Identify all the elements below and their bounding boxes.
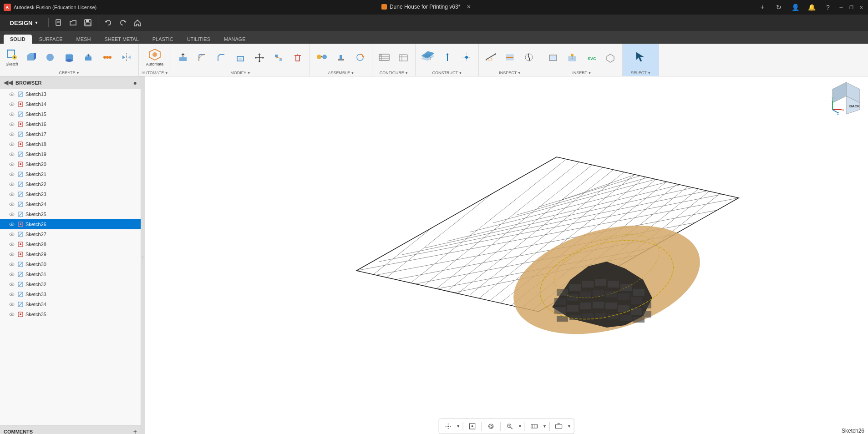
solid-button[interactable]	[22, 46, 40, 68]
insert-mesh-button[interactable]	[601, 47, 619, 69]
new-button[interactable]	[52, 16, 65, 29]
visibility-icon[interactable]	[9, 192, 15, 197]
browser-back-icon[interactable]: ◀◀	[4, 79, 13, 86]
automate-label-group[interactable]: AUTOMATE ▼	[142, 71, 168, 75]
visibility-icon[interactable]	[9, 302, 15, 307]
select-button[interactable]	[632, 45, 650, 70]
comments-add-icon[interactable]: +	[133, 428, 137, 434]
home-button[interactable]	[131, 16, 144, 29]
axis-button[interactable]	[438, 46, 457, 68]
panel-resize-handle[interactable]: ⋮	[141, 76, 145, 434]
browser-item-sketch13[interactable]: Sketch13	[0, 89, 141, 99]
visibility-icon[interactable]	[9, 312, 15, 317]
redo-button[interactable]	[117, 16, 129, 29]
undo-button[interactable]	[102, 16, 115, 29]
browser-item-sketch21[interactable]: Sketch21	[0, 169, 141, 179]
visibility-icon[interactable]	[9, 172, 15, 177]
modify-label[interactable]: MODIFY ▼	[230, 71, 250, 75]
file-tab[interactable]: Dune House for Printing v63* ✕	[381, 4, 471, 10]
viewport[interactable]: BACK X Y Z ▼	[145, 76, 868, 434]
visibility-icon[interactable]	[9, 111, 15, 117]
insert-label[interactable]: INSERT ▼	[572, 71, 591, 75]
tab-manage[interactable]: MANAGE	[218, 35, 252, 44]
add-tab-icon[interactable]: +	[756, 1, 769, 14]
help-icon[interactable]: ?	[822, 1, 834, 14]
zoom-dropdown-icon[interactable]: ▼	[518, 424, 522, 429]
visibility-icon[interactable]	[9, 101, 15, 107]
move-button[interactable]	[250, 47, 269, 69]
browser-item-sketch32[interactable]: Sketch32	[0, 279, 141, 289]
browser-item-sketch29[interactable]: Sketch29	[0, 249, 141, 259]
construct-label[interactable]: CONSTRUCT ▼	[432, 71, 462, 75]
minimize-button[interactable]: ─	[838, 4, 844, 10]
browser-item-sketch34[interactable]: Sketch34	[0, 299, 141, 309]
snap-button[interactable]	[466, 420, 479, 433]
browser-item-sketch22[interactable]: Sketch22	[0, 179, 141, 189]
browser-item-sketch16[interactable]: Sketch16	[0, 119, 141, 129]
shell-button[interactable]	[231, 47, 249, 69]
open-button[interactable]	[67, 16, 80, 29]
mirror-button[interactable]	[117, 46, 136, 68]
visibility-icon[interactable]	[9, 262, 15, 267]
browser-item-sketch30[interactable]: Sketch30	[0, 259, 141, 269]
section-button[interactable]	[501, 46, 519, 68]
joint-button[interactable]	[313, 45, 331, 70]
restore-button[interactable]: ❐	[848, 4, 854, 10]
browser-item-sketch20[interactable]: Sketch20	[0, 159, 141, 169]
design-dropdown[interactable]: DESIGN ▼	[4, 20, 45, 26]
tab-plastic[interactable]: PLASTIC	[146, 35, 180, 44]
browser-item-sketch17[interactable]: Sketch17	[0, 129, 141, 139]
browser-item-sketch24[interactable]: Sketch24	[0, 199, 141, 209]
table-button[interactable]	[394, 46, 412, 68]
orbit-button[interactable]	[485, 420, 497, 433]
close-tab-icon[interactable]: ✕	[467, 4, 471, 10]
visibility-icon[interactable]	[9, 252, 15, 257]
point-button[interactable]	[457, 46, 476, 68]
tab-sheet-metal[interactable]: SHEET METAL	[98, 35, 145, 44]
save-button[interactable]	[81, 16, 94, 29]
tab-mesh[interactable]: MESH	[70, 35, 97, 44]
align-button[interactable]	[269, 47, 288, 69]
chamfer-button[interactable]	[212, 47, 230, 69]
user-icon[interactable]: 👤	[789, 1, 802, 14]
camera-dropdown-icon[interactable]: ▼	[567, 424, 571, 429]
measure-button[interactable]: 1.5	[482, 45, 500, 70]
browser-item-sketch14[interactable]: Sketch14	[0, 99, 141, 109]
visibility-icon[interactable]	[9, 182, 15, 187]
browser-item-sketch25[interactable]: Sketch25	[0, 209, 141, 219]
zoom-button[interactable]	[503, 420, 516, 433]
browser-options-icon[interactable]: ●	[133, 79, 137, 86]
browser-item-sketch15[interactable]: Sketch15	[0, 109, 141, 119]
sync-icon[interactable]: ↻	[772, 1, 785, 14]
browser-item-sketch27[interactable]: Sketch27	[0, 229, 141, 239]
decal-button[interactable]	[563, 47, 581, 69]
visibility-icon[interactable]	[9, 212, 15, 217]
svg-button[interactable]: SVG	[582, 47, 600, 69]
browser-item-sketch26[interactable]: Sketch26	[0, 219, 141, 229]
fillet-button[interactable]	[193, 47, 211, 69]
grid-snap-button[interactable]	[442, 420, 454, 433]
configure-label[interactable]: CONFIGURE ▼	[380, 71, 408, 75]
inspect-label[interactable]: INSPECT ▼	[499, 71, 521, 75]
create-label[interactable]: CREATE ▼	[59, 71, 80, 75]
browser-item-sketch35[interactable]: Sketch35	[0, 309, 141, 319]
browser-item-sketch31[interactable]: Sketch31	[0, 269, 141, 279]
sphere-button[interactable]	[41, 46, 59, 68]
visibility-icon[interactable]	[9, 292, 15, 297]
visibility-icon[interactable]	[9, 121, 15, 127]
pattern-button[interactable]	[98, 46, 117, 68]
cylinder-button[interactable]	[60, 46, 78, 68]
visibility-icon[interactable]	[9, 232, 15, 237]
tab-solid[interactable]: SOLID	[4, 35, 32, 44]
visibility-icon[interactable]	[9, 161, 15, 167]
delete-button[interactable]	[289, 47, 307, 69]
automate-button[interactable]: Automate	[144, 45, 166, 70]
display-settings-button[interactable]	[528, 420, 541, 433]
visibility-icon[interactable]	[9, 272, 15, 277]
motion-button[interactable]	[351, 46, 369, 68]
visibility-icon[interactable]	[9, 151, 15, 157]
assemble-label[interactable]: ASSEMBLE ▼	[328, 71, 354, 75]
viewcube[interactable]: BACK X Y Z	[828, 80, 864, 116]
tab-utilities[interactable]: UTILITIES	[181, 35, 217, 44]
camera-button[interactable]	[553, 420, 565, 433]
